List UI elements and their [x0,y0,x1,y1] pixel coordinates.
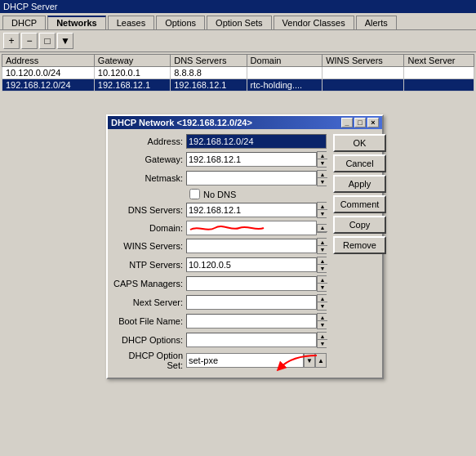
row0-wins [323,67,404,79]
boot-file-label: Boot File Name: [113,316,186,326]
caps-managers-row: CAPS Managers: ▲ ▼ [113,275,327,292]
dhcp-option-set-input[interactable] [186,353,304,368]
dns-spin-down[interactable]: ▼ [318,210,327,217]
tab-dhcp[interactable]: DHCP [2,16,46,29]
boot-file-input[interactable] [186,314,317,329]
next-server-spinner[interactable]: ▲ ▼ [317,294,327,311]
caps-spin-up[interactable]: ▲ [318,276,327,284]
address-input[interactable] [186,134,327,149]
dhcp-option-set-row: DHCP Option Set: ▼ ▲ [113,351,327,370]
caps-spin-down[interactable]: ▼ [318,284,327,291]
row1-dns: 192.168.12.1 [171,79,247,92]
dns-spin-up[interactable]: ▲ [318,203,327,210]
tab-alerts[interactable]: Alerts [356,16,397,29]
filter-button[interactable]: ▼ [57,33,73,49]
no-dns-label: No DNS [203,190,236,199]
row0-address: 10.120.0.0/24 [2,67,95,79]
tab-networks[interactable]: Networks [47,16,106,29]
domain-spinner[interactable]: ▲ [317,224,327,233]
gateway-input[interactable] [186,152,317,167]
ok-button[interactable]: OK [333,134,386,152]
dhcp-option-set-up-button[interactable]: ▲ [315,353,327,368]
dhcp-options-label: DHCP Options: [113,335,186,345]
dhcp-options-input[interactable] [186,333,317,347]
dhcp-options-spinner[interactable]: ▲ ▼ [317,332,327,348]
comment-button[interactable]: Comment [333,195,386,213]
add-button[interactable]: + [3,33,20,49]
copy-button[interactable]: Copy [333,216,386,234]
boot-file-row: Boot File Name: ▲ ▼ [113,313,327,329]
next-server-input-group: ▲ ▼ [186,294,327,311]
netmask-input-group: ▲ ▼ [186,170,327,186]
tab-options[interactable]: Options [156,16,205,29]
cancel-button[interactable]: Cancel [333,154,386,172]
address-row: Address: [113,134,327,149]
dialog-maximize-button[interactable]: □ [354,118,366,127]
domain-row: Domain: ▲ [113,221,327,235]
wins-servers-input[interactable] [186,239,317,253]
address-label: Address: [113,136,186,146]
ntp-spinner[interactable]: ▲ ▼ [317,257,327,273]
tab-leases[interactable]: Leases [108,16,154,29]
next-server-input[interactable] [186,295,317,310]
no-dns-checkbox[interactable] [189,189,200,199]
wins-servers-input-group: ▲ ▼ [186,238,327,254]
gateway-spin-up[interactable]: ▲ [318,152,327,159]
gateway-spinner[interactable]: ▲ ▼ [317,151,327,168]
dialog-form: Address: Gateway: ▲ ▼ Netmask: [113,134,327,373]
netmask-input[interactable] [186,171,317,186]
dhcp-option-set-group: ▼ ▲ [186,353,327,368]
dns-servers-input[interactable] [186,203,317,217]
ntp-spin-down[interactable]: ▼ [318,265,327,272]
netmask-row: Netmask: ▲ ▼ [113,170,327,186]
row1-address: 192.168.12.0/24 [2,79,95,92]
col-address: Address [2,55,95,67]
tab-vendor-classes[interactable]: Vendor Classes [274,16,354,29]
gateway-spin-down[interactable]: ▼ [318,159,327,167]
apply-button[interactable]: Apply [333,175,386,193]
dns-spinner[interactable]: ▲ ▼ [317,202,327,218]
table-row[interactable]: 192.168.12.0/24 192.168.12.1 192.168.12.… [2,79,474,92]
col-gateway: Gateway [94,55,170,67]
row0-dns: 8.8.8.8 [171,67,247,79]
ntp-servers-input-group: ▲ ▼ [186,257,327,273]
caps-managers-input[interactable] [186,276,317,291]
boot-file-spinner[interactable]: ▲ ▼ [317,313,327,329]
ntp-servers-input[interactable] [186,257,317,272]
dialog-minimize-button[interactable]: _ [341,118,353,127]
netmask-spin-down[interactable]: ▼ [318,178,327,186]
table-row[interactable]: 10.120.0.0/24 10.120.0.1 8.8.8.8 [2,67,474,79]
next-server-label: Next Server: [113,297,186,307]
tab-option-sets[interactable]: Option Sets [207,16,271,29]
dhcp-option-set-dropdown-button[interactable]: ▼ [304,353,315,368]
caps-managers-input-group: ▲ ▼ [186,275,327,292]
dhcp-options-spin-down[interactable]: ▼ [318,340,327,347]
no-dns-row: No DNS [113,189,327,199]
remove-button[interactable]: Remove [333,236,386,254]
netmask-spinner[interactable]: ▲ ▼ [317,170,327,186]
row1-domain: rtc-holding.... [247,79,323,92]
next-server-spin-up[interactable]: ▲ [318,295,327,302]
dialog-buttons: OK Cancel Apply Comment Copy Remove [333,134,386,373]
boot-file-spin-down[interactable]: ▼ [318,321,327,329]
dialog-close-button[interactable]: × [367,118,379,127]
boot-file-spin-up[interactable]: ▲ [318,314,327,321]
dns-servers-input-group: ▲ ▼ [186,202,327,218]
col-dns: DNS Servers [171,55,247,67]
wins-spin-down[interactable]: ▼ [318,246,327,253]
domain-input-group: ▲ [186,221,327,235]
domain-spin-up[interactable]: ▲ [318,225,327,232]
dns-servers-label: DNS Servers: [113,205,186,215]
next-server-spin-down[interactable]: ▼ [318,302,327,310]
ntp-servers-label: NTP Servers: [113,260,186,270]
ntp-spin-up[interactable]: ▲ [318,257,327,265]
remove-button[interactable]: − [21,33,38,49]
wins-spinner[interactable]: ▲ ▼ [317,238,327,254]
window-title: DHCP Server [3,2,57,11]
copy-button[interactable]: □ [39,33,56,49]
domain-input[interactable] [186,221,317,235]
caps-spinner[interactable]: ▲ ▼ [317,275,327,292]
netmask-spin-up[interactable]: ▲ [318,171,327,178]
dhcp-options-spin-up[interactable]: ▲ [318,333,327,340]
wins-spin-up[interactable]: ▲ [318,239,327,246]
